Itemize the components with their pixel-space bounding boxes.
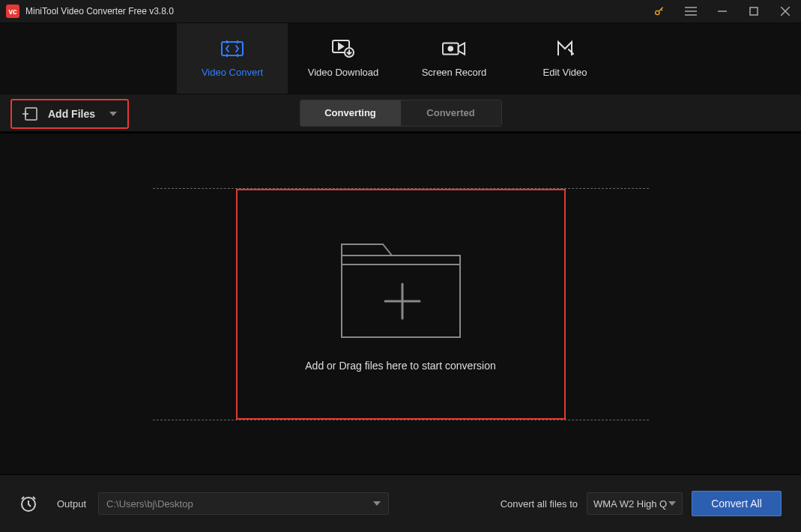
window-controls <box>650 1 795 21</box>
hamburger-menu-icon[interactable] <box>681 1 701 21</box>
svg-marker-23 <box>373 501 381 506</box>
svg-point-13 <box>448 46 453 51</box>
output-path-select[interactable]: C:\Users\bj\Desktop <box>98 492 389 515</box>
footer: Output C:\Users\bj\Desktop Convert all f… <box>0 474 801 532</box>
nav-video-download-label: Video Download <box>308 67 378 78</box>
svg-marker-24 <box>668 501 676 506</box>
format-select[interactable]: WMA W2 High Q <box>587 492 683 515</box>
video-download-icon <box>331 40 355 58</box>
dropzone[interactable]: Add or Drag files here to start conversi… <box>236 189 566 420</box>
dropzone-text: Add or Drag files here to start conversi… <box>305 360 495 372</box>
titlebar: vc MiniTool Video Converter Free v3.8.0 <box>0 0 801 23</box>
add-files-button[interactable]: Add Files <box>10 99 129 129</box>
convert-all-button[interactable]: Convert All <box>692 491 782 516</box>
nav-screen-record[interactable]: Screen Record <box>399 23 510 94</box>
nav-video-download[interactable]: Video Download <box>288 23 399 94</box>
status-tabgroup: Converting Converted <box>300 100 502 127</box>
main-area: Add or Drag files here to start conversi… <box>0 132 801 474</box>
tab-converting[interactable]: Converting <box>300 100 401 126</box>
clock-icon[interactable] <box>19 495 37 513</box>
key-icon[interactable] <box>650 1 669 21</box>
output-path-text: C:\Users\bj\Desktop <box>106 498 193 510</box>
nav-video-convert[interactable]: Video Convert <box>177 23 288 94</box>
chevron-down-icon <box>668 501 676 506</box>
screen-record-icon <box>442 40 466 58</box>
dropzone-border: Add or Drag files here to start conversi… <box>153 188 649 420</box>
top-nav: Video Convert Video Download Screen Reco… <box>0 23 801 94</box>
edit-video-icon <box>553 40 577 58</box>
svg-marker-17 <box>109 112 117 116</box>
add-files-icon <box>22 107 37 121</box>
nav-screen-record-label: Screen Record <box>422 67 487 78</box>
nav-edit-video-label: Edit Video <box>542 67 587 78</box>
svg-rect-8 <box>222 42 243 55</box>
add-files-label: Add Files <box>48 108 95 120</box>
output-label: Output <box>57 498 86 510</box>
format-select-value: WMA W2 High Q <box>593 498 667 510</box>
app-logo-icon: vc <box>6 4 19 18</box>
svg-rect-5 <box>750 7 758 15</box>
svg-rect-18 <box>342 256 460 265</box>
toolbar: Add Files Converting Converted <box>0 94 801 132</box>
convert-all-files-label: Convert all files to <box>501 498 578 510</box>
close-button[interactable] <box>776 1 795 21</box>
tab-converted[interactable]: Converted <box>401 100 501 126</box>
nav-video-convert-label: Video Convert <box>202 67 263 78</box>
video-convert-icon <box>220 40 244 58</box>
chevron-down-icon <box>109 112 117 116</box>
minimize-button[interactable] <box>713 1 732 21</box>
chevron-down-icon <box>373 501 381 506</box>
maximize-button[interactable] <box>744 1 764 21</box>
app-title: MiniTool Video Converter Free v3.8.0 <box>25 6 650 16</box>
folder-add-icon <box>337 237 465 342</box>
nav-edit-video[interactable]: Edit Video <box>510 23 620 94</box>
svg-marker-10 <box>339 43 343 49</box>
